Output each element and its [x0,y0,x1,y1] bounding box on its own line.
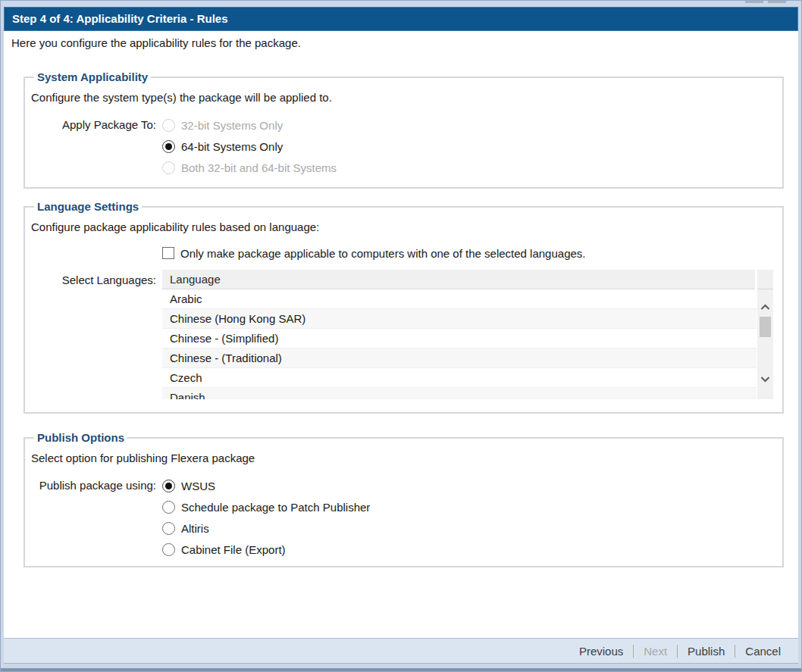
radio-label: 64-bit Systems Only [181,140,283,153]
radio-label: Altiris [181,522,209,535]
window-button-partial-1 [745,1,763,3]
publish-options-legend: Publish Options [34,431,127,444]
radio-icon [162,119,175,132]
radio-icon [162,522,175,535]
publish-options-group: Publish Options Select option for publis… [23,431,784,567]
scroll-down-icon[interactable] [757,374,773,384]
list-item-danish[interactable]: Danish [162,388,757,399]
language-list: Language Arabic Chinese (Hong Kong SAR) … [162,270,773,399]
list-scrollbar[interactable] [757,289,773,399]
list-item-arabic[interactable]: Arabic [162,289,757,309]
radio-label: 32-bit Systems Only [181,119,283,132]
radio-selected-icon [162,140,175,153]
scrollbar-thumb[interactable] [760,317,771,337]
checkbox-icon [162,247,174,259]
select-languages-label: Select Languages: [30,270,156,399]
radio-selected-icon [162,480,175,492]
language-settings-description: Configure package applicability rules ba… [31,220,775,233]
radio-64bit-systems-only[interactable]: 64-bit Systems Only [162,136,337,157]
next-button[interactable]: Next [634,645,677,658]
publish-button[interactable]: Publish [678,645,735,658]
cancel-button[interactable]: Cancel [735,645,791,658]
publish-package-using-label: Publish package using: [30,475,156,560]
system-applicability-legend: System Applicability [34,70,151,83]
system-applicability-description: Configure the system type(s) the package… [31,91,775,104]
language-column-header[interactable]: Language [162,270,773,289]
radio-label: Schedule package to Patch Publisher [181,501,370,514]
publish-options-description: Select option for publishing Flexera pac… [31,452,775,464]
scroll-up-icon[interactable] [757,302,773,312]
header-gap [755,270,757,289]
radio-cabinet-file-export[interactable]: Cabinet File (Export) [162,539,370,560]
radio-icon [162,501,175,514]
list-item-chinese-simplified[interactable]: Chinese - (Simplified) [162,329,757,349]
language-settings-legend: Language Settings [34,200,142,213]
radio-label: Both 32-bit and 64-bit Systems [181,161,337,174]
list-item-czech[interactable]: Czech [162,368,757,388]
list-item-chinese-hong-kong[interactable]: Chinese (Hong Kong SAR) [162,309,757,329]
list-item-chinese-traditional[interactable]: Chinese - (Traditional) [162,349,757,368]
radio-icon [162,161,175,174]
radio-label: WSUS [181,480,215,492]
window-button-partial-2 [768,1,786,3]
wizard-content: Here you configure the applicability rul… [4,31,798,639]
radio-patch-publisher[interactable]: Schedule package to Patch Publisher [162,496,370,517]
radio-icon [162,543,175,556]
radio-both-32-and-64bit-systems[interactable]: Both 32-bit and 64-bit Systems [162,157,337,178]
window-bottom-edge [1,668,801,671]
radio-altiris[interactable]: Altiris [162,517,370,539]
checkbox-language-filter[interactable]: Only make package applicable to computer… [162,245,775,261]
checkbox-label: Only make package applicable to computer… [180,247,586,260]
radio-32bit-systems-only[interactable]: 32-bit Systems Only [162,114,337,136]
wizard-window: Step 4 of 4: Applicability Criteria - Ru… [0,0,802,672]
language-settings-group: Language Settings Configure package appl… [23,200,784,414]
radio-label: Cabinet File (Export) [181,543,286,556]
system-applicability-group: System Applicability Configure the syste… [23,70,784,189]
radio-wsus[interactable]: WSUS [162,475,370,496]
wizard-footer-bar: Previous Next Publish Cancel [4,638,798,664]
previous-button[interactable]: Previous [569,645,633,658]
wizard-title-bar: Step 4 of 4: Applicability Criteria - Ru… [4,7,798,31]
page-title: Step 4 of 4: Applicability Criteria - Ru… [12,12,228,25]
intro-text: Here you configure the applicability rul… [11,36,301,49]
apply-package-to-label: Apply Package To: [30,114,156,178]
